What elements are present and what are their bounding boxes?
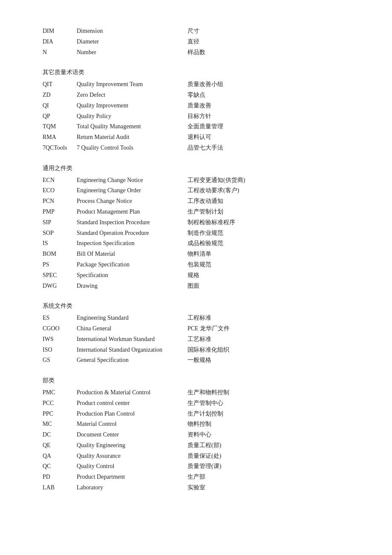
term-row: PCCProduct control center生产管制中心 bbox=[43, 398, 358, 408]
term-abbr: SIP bbox=[43, 217, 77, 228]
term-abbr: PCN bbox=[43, 196, 77, 206]
term-chinese: 实验室 bbox=[187, 483, 205, 493]
term-chinese: 品管七大手法 bbox=[187, 143, 223, 153]
term-row: SPECSpecification规格 bbox=[43, 270, 358, 280]
term-row: QPQuality Policy目标方针 bbox=[43, 111, 358, 121]
term-chinese: 尺寸 bbox=[187, 26, 199, 36]
term-english: Number bbox=[77, 47, 187, 58]
term-english: Return Material Audit bbox=[77, 132, 187, 142]
term-abbr: CGOO bbox=[43, 324, 77, 334]
term-english: Standard Operation Procedure bbox=[77, 228, 187, 238]
term-english: Inspection Specification bbox=[77, 238, 187, 249]
term-abbr: ISO bbox=[43, 345, 77, 355]
term-english: International Standard Organization bbox=[77, 345, 187, 355]
term-abbr: RMA bbox=[43, 132, 77, 142]
term-row: ZDZero Defect零缺点 bbox=[43, 90, 358, 100]
term-row: PSPackage Specification包装规范 bbox=[43, 260, 358, 270]
term-row: 7QCTools7 Quality Control Tools品管七大手法 bbox=[43, 143, 358, 153]
term-english: China General bbox=[77, 324, 187, 334]
term-chinese: 工序改动通知 bbox=[187, 196, 223, 206]
term-abbr: DC bbox=[43, 430, 77, 440]
term-row: IWSInternational Workman Standard工艺标准 bbox=[43, 334, 358, 344]
term-chinese: 物料控制 bbox=[187, 419, 211, 429]
term-english: Diameter bbox=[77, 37, 187, 47]
term-row: SIPStandard Inspection Procedure制程检验标准程序 bbox=[43, 217, 358, 228]
term-row: NNumber样品数 bbox=[43, 47, 358, 58]
term-chinese: 生产管制计划 bbox=[187, 207, 223, 217]
term-chinese: 规格 bbox=[187, 270, 199, 280]
term-abbr: ECN bbox=[43, 175, 77, 185]
term-english: Engineering Change Order bbox=[77, 185, 187, 196]
term-abbr: BOM bbox=[43, 249, 77, 259]
term-english: Bill Of Material bbox=[77, 249, 187, 259]
term-row: QCQuality Control质量管理(课) bbox=[43, 461, 358, 471]
term-chinese: 生产和物料控制 bbox=[187, 387, 229, 398]
term-abbr: QE bbox=[43, 440, 77, 451]
content: DIMDimension尺寸DIADiameter直径NNumber样品数其它质… bbox=[43, 26, 358, 493]
term-row: GSGeneral Specification一般规格 bbox=[43, 355, 358, 365]
term-row: CGOOChina GeneralPCE 龙华厂文件 bbox=[43, 324, 358, 334]
term-chinese: 质量改善小组 bbox=[187, 79, 223, 90]
term-row: PDProduct Department生产部 bbox=[43, 472, 358, 482]
term-chinese: 包装规范 bbox=[187, 260, 211, 270]
term-chinese: 国际标准化组织 bbox=[187, 345, 229, 355]
term-english: Product control center bbox=[77, 398, 187, 408]
term-english: Process Change Notice bbox=[77, 196, 187, 206]
term-row: PMCProduction & Material Control生产和物料控制 bbox=[43, 387, 358, 398]
term-chinese: PCE 龙华厂文件 bbox=[187, 324, 230, 334]
term-abbr: GS bbox=[43, 355, 77, 365]
term-chinese: 资料中心 bbox=[187, 430, 211, 440]
term-chinese: 质量工程(部) bbox=[187, 440, 221, 451]
term-english: Product Department bbox=[77, 472, 187, 482]
section-title: 其它质量术语类 bbox=[43, 67, 358, 78]
term-abbr: LAB bbox=[43, 483, 77, 493]
term-abbr: ES bbox=[43, 313, 77, 323]
term-chinese: 物料清单 bbox=[187, 249, 211, 259]
term-abbr: DIA bbox=[43, 37, 77, 47]
term-abbr: QI bbox=[43, 101, 77, 111]
term-row: ECOEngineering Change Order工程改动要求(客户) bbox=[43, 185, 358, 196]
term-abbr: TQM bbox=[43, 121, 77, 132]
term-abbr: DIM bbox=[43, 26, 77, 36]
term-row: TQMTotal Quality Management全面质量管理 bbox=[43, 121, 358, 132]
term-abbr: N bbox=[43, 47, 77, 58]
term-row: QEQuality Engineering质量工程(部) bbox=[43, 440, 358, 451]
term-english: Material Control bbox=[77, 419, 187, 429]
term-abbr: ECO bbox=[43, 185, 77, 196]
term-chinese: 目标方针 bbox=[187, 111, 211, 121]
term-english: Package Specification bbox=[77, 260, 187, 270]
term-row: RMAReturn Material Audit退料认可 bbox=[43, 132, 358, 142]
term-abbr: SOP bbox=[43, 228, 77, 238]
term-english: General Specification bbox=[77, 355, 187, 365]
section-title: 部类 bbox=[43, 376, 358, 386]
term-abbr: PMP bbox=[43, 207, 77, 217]
term-row: BOMBill Of Material物料清单 bbox=[43, 249, 358, 259]
term-english: Quality Engineering bbox=[77, 440, 187, 451]
term-chinese: 图面 bbox=[187, 281, 199, 291]
term-abbr: DWG bbox=[43, 281, 77, 291]
term-row: DCDocument Center资料中心 bbox=[43, 430, 358, 440]
term-row: ESEngineering Standard工程标准 bbox=[43, 313, 358, 323]
term-abbr: ZD bbox=[43, 90, 77, 100]
term-chinese: 工艺标准 bbox=[187, 334, 211, 344]
term-abbr: IWS bbox=[43, 334, 77, 344]
term-chinese: 质量管理(课) bbox=[187, 461, 221, 471]
term-english: 7 Quality Control Tools bbox=[77, 143, 187, 153]
term-abbr: PMC bbox=[43, 387, 77, 398]
term-english: Total Quality Management bbox=[77, 121, 187, 132]
term-chinese: 质量保证(处) bbox=[187, 451, 221, 461]
term-row: ISInspection Specification成品检验规范 bbox=[43, 238, 358, 249]
term-abbr: PS bbox=[43, 260, 77, 270]
term-row: LABLaboratory实验室 bbox=[43, 483, 358, 493]
term-abbr: MC bbox=[43, 419, 77, 429]
term-english: Product Management Plan bbox=[77, 207, 187, 217]
term-row: SOPStandard Operation Procedure制造作业规范 bbox=[43, 228, 358, 238]
term-row: DIMDimension尺寸 bbox=[43, 26, 358, 36]
term-row: MCMaterial Control物料控制 bbox=[43, 419, 358, 429]
term-chinese: 直径 bbox=[187, 37, 199, 47]
term-english: Dimension bbox=[77, 26, 187, 36]
term-chinese: 生产部 bbox=[187, 472, 205, 482]
term-english: Laboratory bbox=[77, 483, 187, 493]
term-english: Zero Defect bbox=[77, 90, 187, 100]
term-chinese: 工程标准 bbox=[187, 313, 211, 323]
